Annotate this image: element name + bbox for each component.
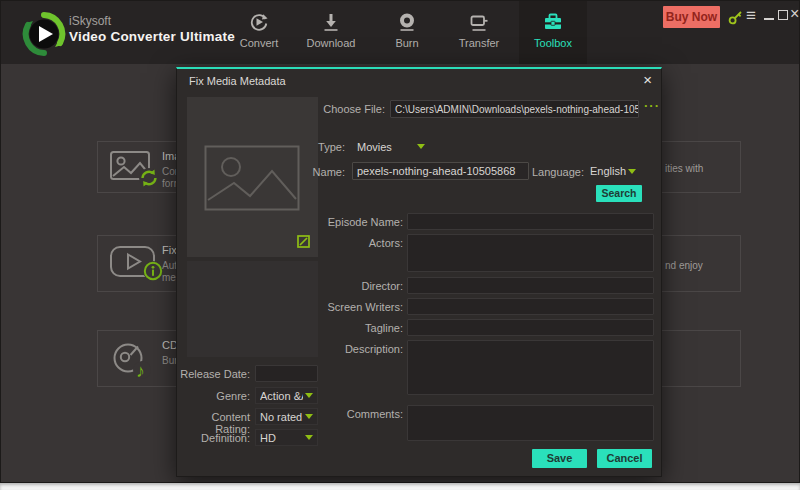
cd-burner-icon: ♪ (109, 340, 161, 380)
screen-writers-label: Screen Writers: (303, 301, 403, 313)
toolbox-card-right-fragment (661, 330, 741, 387)
dialog-close-icon[interactable]: × (643, 71, 652, 89)
tab-toolbox[interactable]: Toolbox (519, 1, 587, 64)
description-label: Description: (303, 343, 403, 355)
director-input[interactable] (407, 277, 654, 294)
tab-burn[interactable]: Burn (373, 1, 441, 64)
type-value: Movies (357, 141, 415, 153)
title-bar: iSkysoft Video Converter Ultimate Conver… (1, 1, 799, 64)
info-panel (187, 261, 318, 357)
product-name: Video Converter Ultimate (69, 28, 235, 45)
episode-name-label: Episode Name: (303, 216, 403, 228)
chevron-down-icon (417, 144, 425, 149)
brand-block: iSkysoft Video Converter Ultimate (69, 14, 235, 45)
language-value: English (590, 165, 626, 177)
register-key-icon[interactable] (728, 10, 743, 25)
window-bottom-edge (0, 483, 800, 490)
tab-convert-label: Convert (240, 37, 279, 49)
tagline-input[interactable] (407, 319, 654, 336)
transfer-icon (468, 11, 490, 33)
close-window-icon[interactable]: × (790, 5, 799, 23)
cancel-button[interactable]: Cancel (597, 449, 652, 468)
card-text-fragment: ities with (665, 163, 703, 174)
language-dropdown[interactable]: English (585, 162, 641, 180)
tab-toolbox-label: Toolbox (534, 37, 572, 49)
toolbox-card-right-fragment: nd enjoy (661, 235, 741, 292)
image-placeholder-icon (204, 145, 300, 211)
fix-media-metadata-dialog: Fix Media Metadata × Release Date: Genre… (176, 67, 662, 477)
definition-label: Definition: (177, 432, 250, 444)
app-logo-icon (21, 11, 67, 57)
genre-value: Action &Ac (260, 390, 303, 402)
image-converter-icon (109, 149, 161, 189)
episode-name-input[interactable] (407, 213, 654, 230)
file-path-field[interactable]: C:\Users\ADMIN\Downloads\pexels-nothing-… (390, 100, 639, 118)
chevron-down-icon (628, 169, 636, 174)
screen-writers-input[interactable] (407, 298, 654, 315)
convert-icon (248, 11, 270, 33)
type-dropdown[interactable]: Movies (352, 138, 430, 155)
description-textarea[interactable] (407, 340, 654, 395)
app-window: iSkysoft Video Converter Ultimate Conver… (0, 0, 800, 490)
type-label: Type: (277, 141, 345, 153)
dialog-title: Fix Media Metadata (189, 75, 286, 87)
card-title-fragment: Fix (162, 244, 177, 256)
name-input[interactable] (352, 162, 529, 180)
svg-text:♪: ♪ (136, 361, 145, 380)
tagline-label: Tagline: (303, 322, 403, 334)
actors-textarea[interactable] (407, 234, 654, 272)
card-text-fragment: nd enjoy (665, 260, 703, 271)
brand-name: iSkysoft (69, 14, 235, 28)
comments-label: Comments: (303, 408, 403, 420)
fix-media-icon (109, 245, 165, 283)
definition-dropdown[interactable]: HD (255, 429, 318, 446)
tab-convert[interactable]: Convert (225, 1, 293, 64)
tab-download[interactable]: Download (297, 1, 365, 64)
save-button[interactable]: Save (532, 449, 587, 468)
toolbox-card-right-fragment: ities with (661, 141, 741, 193)
browse-file-button[interactable]: ··· (644, 98, 660, 113)
comments-textarea[interactable] (407, 405, 654, 441)
tab-transfer-label: Transfer (459, 37, 500, 49)
menu-icon[interactable]: ≡ (746, 6, 756, 26)
release-date-label: Release Date: (177, 368, 250, 380)
director-label: Director: (303, 280, 403, 292)
choose-file-label: Choose File: (315, 103, 385, 115)
chevron-down-icon (305, 435, 313, 440)
name-label: Name: (277, 166, 345, 178)
tab-download-label: Download (307, 37, 356, 49)
genre-dropdown[interactable]: Action &Ac (255, 387, 318, 404)
toolbox-icon (542, 11, 564, 33)
tab-burn-label: Burn (395, 37, 418, 49)
search-button[interactable]: Search (596, 185, 642, 202)
release-date-input[interactable] (255, 365, 318, 382)
chevron-down-icon (305, 393, 313, 398)
buy-now-button[interactable]: Buy Now (663, 6, 720, 28)
maximize-icon[interactable] (778, 10, 788, 20)
download-icon (320, 11, 342, 33)
definition-value: HD (260, 432, 303, 444)
main-window: iSkysoft Video Converter Ultimate Conver… (0, 0, 800, 483)
tab-transfer[interactable]: Transfer (445, 1, 513, 64)
genre-label: Genre: (177, 390, 250, 402)
burn-icon (396, 11, 418, 33)
minimize-icon[interactable] (764, 18, 774, 20)
actors-label: Actors: (303, 237, 403, 249)
desc-line1: Aut (162, 260, 177, 271)
content-rating-value: No rated (260, 411, 303, 423)
language-label: Language: (532, 166, 580, 178)
